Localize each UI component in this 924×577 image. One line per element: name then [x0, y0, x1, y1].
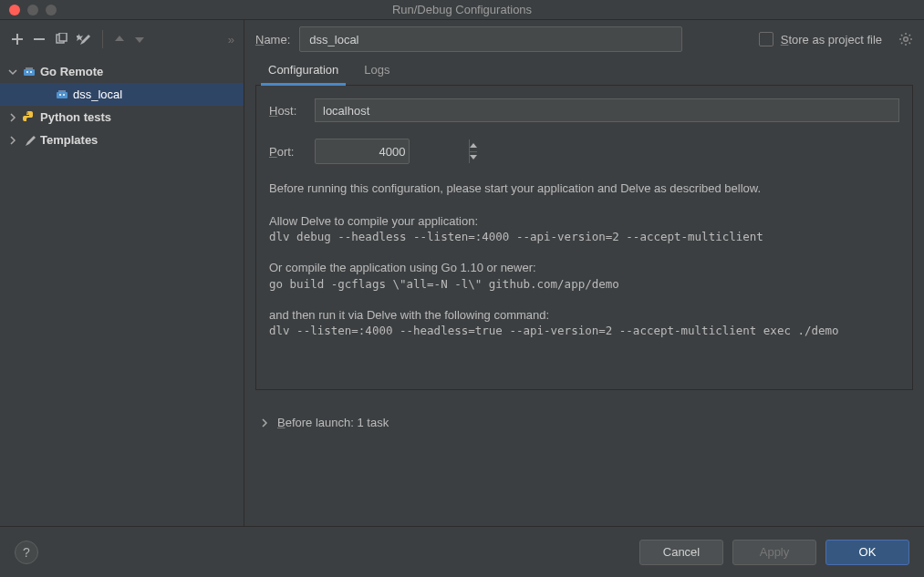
instructions-intro: Before running this configuration, pleas… — [269, 180, 899, 197]
tree-node-templates[interactable]: Templates — [0, 129, 244, 151]
svg-point-9 — [904, 37, 908, 42]
move-down-button[interactable] — [134, 34, 145, 45]
before-launch-section[interactable]: Before launch: 1 task — [255, 416, 913, 429]
ok-button[interactable]: OK — [825, 540, 909, 565]
cancel-button[interactable]: Cancel — [639, 540, 723, 565]
move-up-button[interactable] — [114, 34, 125, 45]
chevron-right-icon — [259, 417, 270, 428]
gear-icon[interactable] — [898, 32, 913, 46]
svg-point-6 — [59, 94, 61, 96]
tab-logs[interactable]: Logs — [362, 63, 391, 85]
tree-node-python-tests[interactable]: Python tests — [0, 106, 244, 129]
help-button[interactable]: ? — [15, 541, 38, 564]
tab-configuration[interactable]: Configuration — [266, 63, 340, 85]
tree-node-dss-local[interactable]: dss_local — [0, 83, 244, 106]
name-label: Name: — [255, 33, 290, 46]
port-input[interactable] — [316, 145, 469, 159]
config-tree: Go Remote dss_local Python tests — [0, 58, 244, 526]
config-body: Host: Port: Before running this configur… — [255, 86, 913, 390]
code-dlv-exec: dlv --listen=:4000 --headless=true --api… — [269, 324, 899, 337]
edit-templates-button[interactable] — [77, 32, 91, 46]
window-controls — [0, 5, 57, 15]
minimize-window-button[interactable] — [27, 5, 38, 15]
host-row: Host: — [269, 98, 899, 122]
more-button[interactable]: » — [228, 33, 233, 46]
right-panel: Name: Store as project file Configuratio… — [244, 20, 924, 526]
port-spinner — [469, 139, 477, 163]
add-config-button[interactable] — [11, 33, 24, 46]
instructions-allow-delve: Allow Delve to compile your application: — [269, 213, 899, 230]
instructions-compile: Or compile the application using Go 1.10… — [269, 260, 899, 276]
python-icon — [22, 110, 36, 125]
go-remote-icon — [55, 88, 69, 102]
svg-rect-2 — [24, 69, 35, 76]
host-label: Host: — [269, 104, 302, 118]
port-row: Port: — [269, 139, 899, 164]
tree-node-go-remote[interactable]: Go Remote — [0, 60, 244, 83]
remove-config-button[interactable] — [33, 33, 46, 46]
apply-button[interactable]: Apply — [732, 540, 816, 565]
window-title: Run/Debug Configurations — [0, 3, 924, 16]
tabs: Configuration Logs — [255, 58, 913, 86]
svg-point-4 — [30, 71, 32, 73]
tree-label: Go Remote — [40, 65, 103, 78]
copy-config-button[interactable] — [55, 33, 67, 46]
config-toolbar: » — [0, 20, 244, 58]
chevron-right-icon — [7, 112, 18, 123]
port-input-box — [315, 139, 410, 164]
titlebar: Run/Debug Configurations — [0, 0, 924, 20]
code-go-build: go build -gcflags \"all=-N -l\" github.c… — [269, 277, 899, 291]
code-dlv-debug: dlv debug --headless --listen=:4000 --ap… — [269, 230, 899, 243]
tree-label: Templates — [40, 133, 98, 147]
footer: ? Cancel Apply OK — [0, 526, 924, 577]
svg-point-8 — [26, 112, 27, 113]
go-remote-icon — [22, 65, 36, 79]
name-row: Name: Store as project file — [255, 20, 913, 58]
store-as-project-file-checkbox[interactable]: Store as project file — [759, 32, 882, 46]
chevron-down-icon — [7, 67, 18, 77]
host-input[interactable] — [315, 98, 899, 122]
svg-rect-1 — [59, 33, 67, 41]
left-panel: » Go Remote dss_local — [0, 20, 244, 526]
tree-label: dss_local — [73, 88, 122, 101]
maximize-window-button[interactable] — [46, 5, 57, 15]
checkbox-icon — [759, 32, 773, 46]
port-step-up[interactable] — [470, 139, 477, 152]
tree-label: Python tests — [40, 110, 111, 124]
svg-rect-5 — [57, 92, 67, 98]
port-step-down[interactable] — [470, 152, 477, 164]
close-window-button[interactable] — [9, 5, 20, 15]
port-label: Port: — [269, 145, 302, 159]
before-launch-label: Before launch: 1 task — [277, 416, 389, 429]
svg-point-3 — [26, 71, 28, 73]
store-label: Store as project file — [781, 33, 882, 46]
wrench-icon — [22, 133, 36, 148]
svg-point-7 — [63, 94, 65, 96]
chevron-right-icon — [7, 135, 18, 146]
instructions-run-delve: and then run it via Delve with the follo… — [269, 307, 899, 324]
name-input[interactable] — [299, 26, 682, 52]
